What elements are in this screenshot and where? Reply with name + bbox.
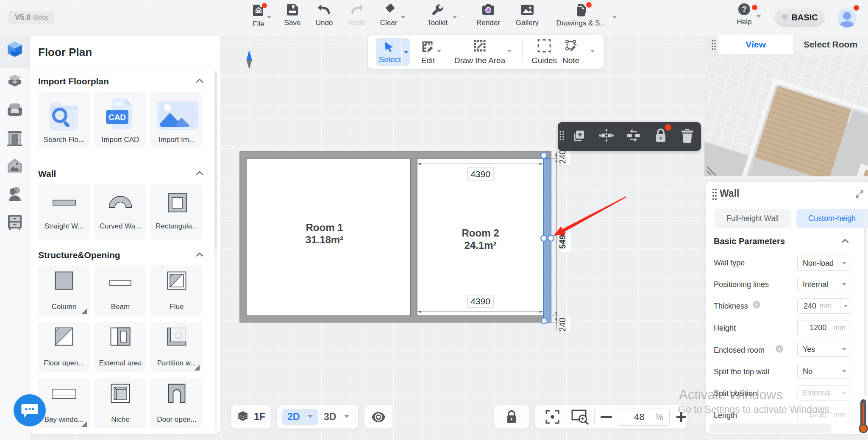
svg-text:CAD: CAD bbox=[108, 113, 126, 122]
svg-text:Room 1: Room 1 bbox=[306, 222, 343, 233]
svg-text:31.18m²: 31.18m² bbox=[306, 234, 343, 245]
svg-text:Room 2: Room 2 bbox=[462, 227, 499, 239]
svg-text:4390: 4390 bbox=[470, 296, 490, 306]
svg-text:240: 240 bbox=[558, 150, 567, 164]
svg-text:24.1m²: 24.1m² bbox=[464, 239, 496, 251]
svg-text:4390: 4390 bbox=[470, 169, 490, 179]
svg-text:240: 240 bbox=[558, 317, 567, 331]
